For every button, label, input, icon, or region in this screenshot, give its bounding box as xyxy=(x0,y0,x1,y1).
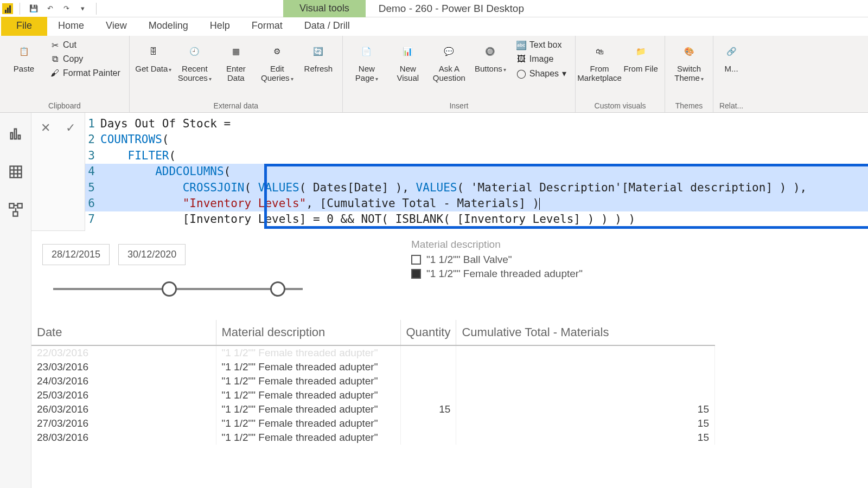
tab-help[interactable]: Help xyxy=(199,17,241,36)
slicer-start-date[interactable]: 28/12/2015 xyxy=(42,244,110,265)
enter-data-button[interactable]: ▦Enter Data xyxy=(216,38,256,85)
cell-material: "1 1/2"" Female threaded adupter" xyxy=(216,388,400,402)
report-view-icon[interactable] xyxy=(5,124,26,144)
formula-commit-button[interactable]: ✓ xyxy=(62,119,79,137)
code-token: ( Dates[Date] ), xyxy=(299,181,416,194)
svg-rect-0 xyxy=(10,133,12,139)
slicer-end-date[interactable]: 30/12/2020 xyxy=(118,244,186,265)
table-row[interactable]: 28/03/2016"1 1/2"" Female threaded adupt… xyxy=(31,431,715,445)
cell-cumulative xyxy=(456,388,715,402)
cut-icon: ✂ xyxy=(50,40,60,50)
recent-sources-button[interactable]: 🕘Recent Sources xyxy=(175,38,214,85)
cell-material: "1 1/2"" Female threaded adupter" xyxy=(216,402,400,416)
tab-modeling[interactable]: Modeling xyxy=(138,17,199,36)
new-visual-button[interactable]: 📊New Visual xyxy=(388,38,427,85)
col-date[interactable]: Date xyxy=(31,320,216,345)
switch-theme-icon: 🎨 xyxy=(678,40,700,63)
cell-cumulative: 15 xyxy=(456,402,715,416)
tab-file[interactable]: File xyxy=(1,17,47,36)
legend-swatch-filled xyxy=(411,269,421,279)
col-material[interactable]: Material description xyxy=(216,320,400,345)
text-box-button[interactable]: 🔤Text box xyxy=(514,39,569,51)
legend-title: Material description xyxy=(411,239,583,251)
table-row[interactable]: 24/03/2016"1 1/2"" Female threaded adupt… xyxy=(31,374,715,388)
formula-editor[interactable]: 1Days Out Of Stock = 2COUNTROWS( 3 FILTE… xyxy=(85,113,868,231)
ask-question-button[interactable]: 💬Ask A Question xyxy=(430,38,469,85)
cut-button[interactable]: ✂Cut xyxy=(48,39,123,51)
col-cumulative[interactable]: Cumulative Total - Materials xyxy=(456,320,715,345)
format-painter-button[interactable]: 🖌Format Painter xyxy=(48,67,123,79)
cell-date: 28/03/2016 xyxy=(31,431,216,445)
get-data-icon: 🗄 xyxy=(142,40,165,63)
relationships-label: M... xyxy=(725,64,738,73)
col-quantity[interactable]: Quantity xyxy=(400,320,456,345)
legend-item-1[interactable]: "1 1/2"" Ball Valve" xyxy=(411,254,583,266)
edit-queries-label: Edit Queries xyxy=(259,64,296,83)
undo-icon[interactable]: ↶ xyxy=(43,2,57,16)
edit-queries-button[interactable]: ⚙Edit Queries xyxy=(258,38,297,85)
ribbon-tabs: File Home View Modeling Help Format Data… xyxy=(0,17,868,36)
tab-format[interactable]: Format xyxy=(241,17,293,36)
formula-cancel-button[interactable]: ✕ xyxy=(37,119,54,137)
image-button[interactable]: 🖼Image xyxy=(514,53,569,65)
shapes-label: Shapes xyxy=(529,69,559,79)
insert-group-label: Insert xyxy=(449,100,468,111)
table-visual[interactable]: Date Material description Quantity Cumul… xyxy=(31,320,715,445)
tab-view[interactable]: View xyxy=(95,17,138,36)
switch-theme-button[interactable]: 🎨Switch Theme xyxy=(669,38,709,85)
tab-data-drill[interactable]: Data / Drill xyxy=(293,17,361,36)
tab-home[interactable]: Home xyxy=(47,17,95,36)
code-token: CROSSJOIN xyxy=(183,181,245,194)
copy-icon: ⧉ xyxy=(50,54,60,64)
shapes-button[interactable]: ◯Shapes ▾ xyxy=(514,67,569,80)
redo-icon[interactable]: ↷ xyxy=(59,2,73,16)
ribbon-group-relationships: 🔗M... Relat... xyxy=(713,36,749,112)
data-view-icon[interactable] xyxy=(5,162,26,182)
svg-rect-9 xyxy=(17,203,22,208)
cell-quantity xyxy=(400,374,456,388)
cell-quantity xyxy=(400,388,456,402)
report-canvas: 28/12/2015 30/12/2020 Material descripti… xyxy=(31,239,868,488)
legend-label-2: "1 1/2"" Female threaded adupter" xyxy=(426,268,583,280)
slicer-slider[interactable] xyxy=(53,278,303,300)
paste-button[interactable]: 📋 Paste xyxy=(4,38,43,75)
cell-material: "1 1/2"" Female threaded adupter" xyxy=(216,374,400,388)
cell-material: "1 1/2"" Female threaded adupter" xyxy=(216,416,400,431)
save-icon[interactable]: 💾 xyxy=(27,2,41,16)
manage-relationships-button[interactable]: 🔗M... xyxy=(718,38,745,75)
cell-material: "1 1/2"" Female threaded adupter" xyxy=(216,360,400,374)
view-rail xyxy=(0,113,31,488)
copy-button[interactable]: ⧉Copy xyxy=(48,53,123,65)
table-row[interactable]: 23/03/2016"1 1/2"" Female threaded adupt… xyxy=(31,360,715,374)
new-page-button[interactable]: 📄New Page xyxy=(347,38,386,85)
table-row[interactable]: 26/03/2016"1 1/2"" Female threaded adupt… xyxy=(31,402,715,416)
legend-swatch-empty xyxy=(411,255,421,265)
ask-question-icon: 💬 xyxy=(438,40,461,63)
buttons-icon: 🔘 xyxy=(479,40,502,63)
model-view-icon[interactable] xyxy=(5,200,26,220)
window-title: Demo - 260 - Power BI Desktop xyxy=(379,3,524,15)
refresh-button[interactable]: 🔄Refresh xyxy=(299,38,338,75)
buttons-button[interactable]: 🔘Buttons xyxy=(471,38,510,75)
from-marketplace-button[interactable]: 🛍From Marketplace xyxy=(580,38,619,85)
slider-handle-left[interactable] xyxy=(162,281,177,297)
paste-label: Paste xyxy=(14,64,34,73)
switch-theme-label: Switch Theme xyxy=(671,64,707,83)
qat-dropdown-icon[interactable]: ▾ xyxy=(75,2,90,16)
from-file-button[interactable]: 📁From File xyxy=(621,38,660,75)
new-page-label: New Page xyxy=(348,64,385,83)
get-data-button[interactable]: 🗄Get Data xyxy=(134,38,173,75)
from-file-icon: 📁 xyxy=(629,40,652,63)
slider-handle-right[interactable] xyxy=(270,281,285,297)
copy-label: Copy xyxy=(63,54,83,64)
date-slicer[interactable]: 28/12/2015 30/12/2020 xyxy=(42,244,357,300)
legend-item-2[interactable]: "1 1/2"" Female threaded adupter" xyxy=(411,268,583,280)
ribbon-group-insert: 📄New Page 📊New Visual 💬Ask A Question 🔘B… xyxy=(343,36,576,112)
image-icon: 🖼 xyxy=(516,54,526,64)
recent-sources-label: Recent Sources xyxy=(176,64,213,83)
table-row[interactable]: 25/03/2016"1 1/2"" Female threaded adupt… xyxy=(31,388,715,402)
table-row[interactable]: 27/03/2016"1 1/2"" Female threaded adupt… xyxy=(31,416,715,431)
cell-cumulative xyxy=(456,374,715,388)
table-row[interactable]: 22/03/2016"1 1/2"" Female threaded adupt… xyxy=(31,345,715,360)
new-page-icon: 📄 xyxy=(355,40,378,63)
